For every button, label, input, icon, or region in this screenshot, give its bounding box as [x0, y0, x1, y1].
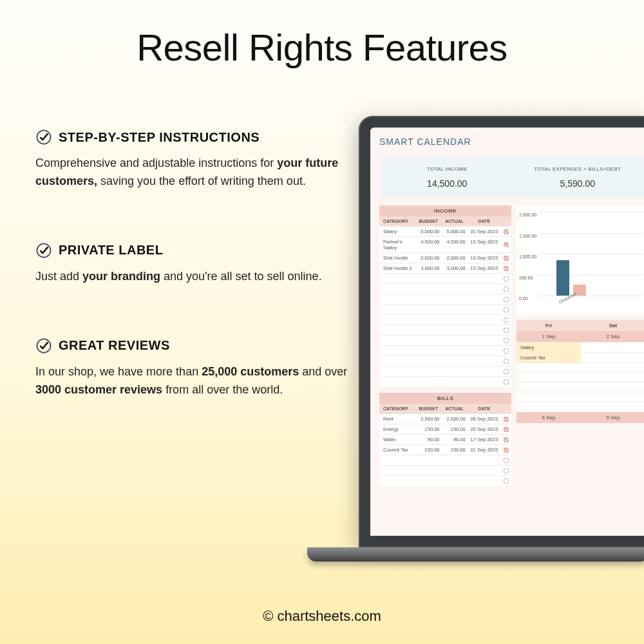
checkbox-icon[interactable] [504, 448, 509, 453]
total-value: 5,590.00 [513, 178, 643, 189]
checkbox-icon[interactable] [504, 287, 509, 292]
chart-ytick: 2,000.00 [519, 213, 536, 217]
check-icon [35, 129, 52, 146]
table-row-empty [379, 283, 511, 294]
feature-list: STEP-BY-STEP INSTRUCTIONS Comprehensive … [35, 129, 357, 450]
table-row-empty [379, 345, 511, 355]
chart-ytick: 500.00 [519, 275, 533, 279]
feature-heading: GREAT REVIEWS [59, 338, 170, 353]
laptop-mockup: SMART CALENDAR TOTAL INCOME 14,500.00 TO… [359, 116, 644, 567]
feature-item: STEP-BY-STEP INSTRUCTIONS Comprehensive … [35, 129, 357, 191]
table-title: BILLS [379, 393, 511, 404]
svg-point-1 [37, 243, 50, 257]
table-row-empty [379, 325, 511, 335]
feature-item: PRIVATE LABEL Just add your branding and… [35, 242, 357, 286]
table-row-empty [379, 304, 511, 314]
table-row-empty [379, 475, 511, 486]
feature-description: In our shop, we have more than 25,000 cu… [35, 363, 357, 399]
checkbox-icon[interactable] [504, 338, 509, 343]
total-label: TOTAL INCOME [382, 166, 513, 172]
footer-credit: © chartsheets.com [0, 608, 644, 625]
checkbox-icon[interactable] [504, 478, 509, 484]
table-header-row: CATEGORY BUDGET ACTUAL DATE [379, 404, 511, 413]
table-row-empty [379, 294, 511, 304]
table-row-empty [379, 355, 511, 366]
laptop-frame: SMART CALENDAR TOTAL INCOME 14,500.00 TO… [359, 116, 644, 547]
checkbox-icon[interactable] [504, 266, 509, 271]
check-icon [35, 242, 52, 259]
table-row: Side Hustle 23,000.003,000.0015 Sep 2023 [379, 263, 511, 273]
table-row-empty [379, 335, 511, 345]
checkbox-icon[interactable] [504, 458, 509, 463]
totals-panel: TOTAL INCOME 14,500.00 TOTAL EXPENSES + … [379, 157, 644, 198]
cal-date: 8 Sep [516, 412, 581, 423]
checkbox-icon[interactable] [504, 417, 509, 422]
checkbox-icon[interactable] [504, 276, 509, 281]
cal-day-header: Sat [581, 320, 644, 331]
bills-table: BILLS CATEGORY BUDGET ACTUAL DATE Rent2,… [379, 393, 511, 486]
table-row-empty [379, 465, 511, 475]
table-row: Rent2,500.002,500.0008 Sep 2023 [379, 413, 511, 424]
chart-ytick: 0.00 [519, 296, 528, 301]
svg-point-0 [37, 130, 50, 144]
table-row: Council Tax150.00150.0001 Sep 2023 [379, 444, 511, 455]
table-row: Water90.0090.0017 Sep 2023 [379, 434, 511, 444]
checkbox-icon[interactable] [504, 379, 509, 384]
checkbox-icon[interactable] [504, 229, 509, 234]
table-row-empty [379, 273, 511, 283]
table-header-row: CATEGORY BUDGET ACTUAL DATE [379, 216, 511, 226]
feature-description: Just add your branding and you're all se… [35, 268, 357, 286]
table-title: INCOME [379, 205, 511, 216]
svg-point-2 [37, 339, 50, 352]
feature-heading: STEP-BY-STEP INSTRUCTIONS [59, 130, 260, 145]
checkbox-icon[interactable] [504, 317, 509, 323]
total-label: TOTAL EXPENSES + BILLS+DEBT [513, 166, 643, 172]
chart-bar [556, 260, 569, 296]
total-value: 14,500.00 [382, 178, 513, 189]
feature-heading: PRIVATE LABEL [59, 243, 163, 258]
table-row-empty [379, 455, 511, 465]
table-row-empty [379, 314, 511, 325]
expenses-chart: 0.00500.001,000.001,500.002,000.00Grocer… [516, 205, 644, 315]
table-row: Side Hustle2,000.002,000.0010 Sep 2023 [379, 252, 511, 263]
checkbox-icon[interactable] [504, 468, 509, 473]
total-income: TOTAL INCOME 14,500.00 [382, 166, 513, 189]
spreadsheet-screen: SMART CALENDAR TOTAL INCOME 14,500.00 TO… [370, 128, 644, 536]
sheet-title: SMART CALENDAR [379, 137, 644, 147]
calendar-entry: Salary [516, 342, 581, 352]
checkbox-icon[interactable] [504, 328, 509, 333]
checkbox-icon[interactable] [504, 359, 509, 364]
laptop-base [307, 547, 644, 562]
table-row: Energy150.00150.0025 Sep 2023 [379, 424, 511, 434]
checkbox-icon[interactable] [504, 256, 509, 261]
checkbox-icon[interactable] [504, 297, 509, 302]
table-row-empty [379, 376, 511, 386]
feature-item: GREAT REVIEWS In our shop, we have more … [35, 337, 357, 399]
feature-description: Comprehensive and adjustable instruction… [35, 155, 357, 191]
page-title: Resell Rights Features [0, 26, 644, 69]
chart-ytick: 1,000.00 [519, 254, 536, 259]
chart-ytick: 1,500.00 [519, 233, 536, 238]
check-icon [35, 337, 52, 354]
calendar-entry: Council Tax [516, 352, 581, 363]
checkbox-icon[interactable] [504, 307, 509, 312]
table-row: Partner's Salary4,500.004,500.0015 Sep 2… [379, 236, 511, 252]
checkbox-icon[interactable] [504, 369, 509, 374]
cal-date: 1 Sep [516, 331, 581, 342]
cal-date: 9 Sep [581, 412, 644, 423]
cal-day-header: Fri [516, 320, 581, 331]
checkbox-icon[interactable] [504, 242, 509, 247]
checkbox-icon[interactable] [504, 437, 509, 442]
table-row-empty [379, 366, 511, 376]
cal-date: 2 Sep [581, 331, 644, 342]
table-row: Salary5,000.005,000.0001 Sep 2023 [379, 226, 511, 236]
mini-calendar: Fri Sat 1 Sep 2 Sep SalaryCouncil Tax 8 … [516, 320, 644, 423]
checkbox-icon[interactable] [504, 348, 509, 354]
total-expenses: TOTAL EXPENSES + BILLS+DEBT 5,590.00 [513, 166, 643, 189]
checkbox-icon[interactable] [504, 427, 509, 432]
income-table: INCOME CATEGORY BUDGET ACTUAL DATE Salar… [379, 205, 511, 386]
